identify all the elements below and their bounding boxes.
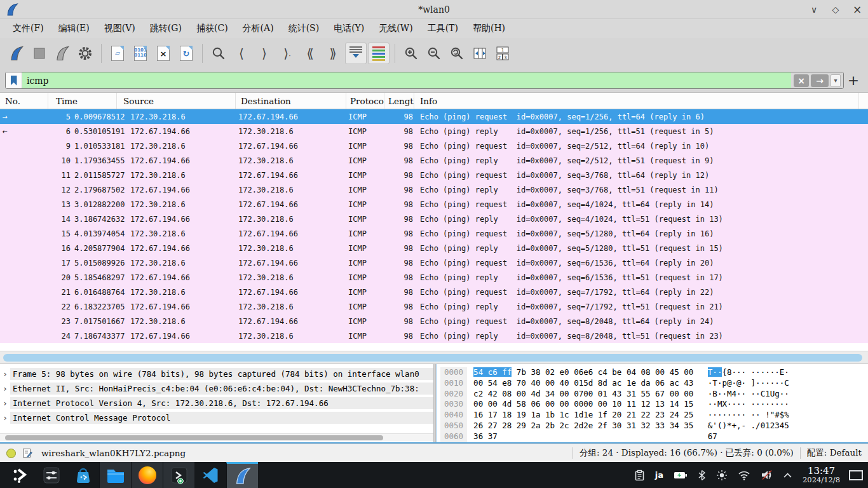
taskbar-clock[interactable]: 13:47 2024/12/8 — [803, 466, 840, 484]
filter-add-button[interactable]: + — [844, 72, 863, 88]
taskbar-app-app-launcher[interactable] — [4, 462, 36, 488]
go-first-packet-button[interactable]: ⟪ — [299, 43, 321, 64]
filter-apply-button[interactable]: → — [811, 74, 829, 87]
packet-row[interactable]: 91.010533181172.30.218.6172.67.194.66ICM… — [0, 139, 868, 153]
hex-row[interactable]: 004016 17 18 19 1a 1b 1c 1d1e 1f 20 21 2… — [440, 410, 868, 421]
expander-icon[interactable]: › — [0, 398, 10, 408]
packet-row[interactable]: 175.015089926172.30.218.6172.67.194.66IC… — [0, 255, 868, 270]
detail-row[interactable]: ›Internet Control Message Protocol — [0, 410, 433, 425]
menu-item-2[interactable]: 视图(V) — [98, 20, 142, 37]
packet-row[interactable]: 164.205877904172.67.194.66172.30.218.6IC… — [0, 241, 868, 255]
menu-item-10[interactable]: 帮助(H) — [466, 20, 512, 37]
menu-item-0[interactable]: 文件(F) — [6, 20, 50, 37]
packet-row[interactable]: ←60.530105191172.67.194.66172.30.218.6IC… — [0, 124, 868, 139]
packet-row[interactable]: 226.183223705172.67.194.66172.30.218.6IC… — [0, 299, 868, 314]
menu-item-5[interactable]: 分析(A) — [236, 20, 280, 37]
close-file-button[interactable]: × — [153, 43, 174, 64]
filter-bookmark-icon[interactable] — [6, 72, 22, 88]
column-header-no[interactable]: No. — [0, 93, 48, 109]
details-hscroll-thumb[interactable] — [5, 435, 383, 440]
menu-item-1[interactable]: 编辑(E) — [52, 20, 96, 37]
maximize-button[interactable]: ◇ — [829, 3, 843, 17]
taskbar-app-file-manager[interactable] — [99, 462, 131, 488]
packet-row[interactable]: 205.185468297172.67.194.66172.30.218.6IC… — [0, 270, 868, 285]
profile-selector[interactable]: 配置: Default — [807, 447, 862, 459]
taskbar-app-system-settings[interactable] — [36, 462, 67, 488]
detail-row[interactable]: ›Internet Protocol Version 4, Src: 172.3… — [0, 396, 433, 410]
menu-item-6[interactable]: 统计(S) — [282, 20, 326, 37]
minimize-button[interactable]: ∨ — [807, 3, 821, 17]
menu-item-8[interactable]: 无线(W) — [372, 20, 419, 37]
expand-tray-icon[interactable] — [783, 472, 792, 478]
volume-muted-icon[interactable] — [761, 470, 773, 480]
go-to-packet-button[interactable]: ⟩· — [276, 43, 298, 64]
menu-item-9[interactable]: 工具(T) — [421, 20, 465, 37]
restart-capture-button[interactable] — [51, 43, 73, 64]
capture-file-name[interactable]: wireshark_wlan0KH7LY2.pcapng — [41, 448, 186, 458]
hex-row[interactable]: 0020c2 42 08 00 4d 34 00 0700 01 43 31 5… — [440, 389, 868, 400]
hex-row[interactable]: 003000 00 4d 58 06 00 00 0000 00 10 11 1… — [440, 399, 868, 410]
zoom-out-button[interactable] — [423, 43, 445, 64]
hscroll-thumb[interactable] — [3, 354, 862, 362]
close-button[interactable]: × — [850, 3, 864, 17]
clipboard-icon[interactable] — [634, 470, 645, 481]
packet-list-hscrollbar[interactable] — [0, 351, 868, 364]
start-capture-button[interactable] — [6, 43, 27, 64]
hex-row[interactable]: 005026 27 28 29 2a 2b 2c 2d2e 2f 30 31 3… — [440, 421, 868, 431]
wifi-icon[interactable] — [738, 470, 750, 480]
find-packet-button[interactable] — [208, 43, 229, 64]
auto-scroll-button[interactable] — [345, 43, 367, 64]
open-file-button[interactable]: ▱ — [107, 43, 128, 64]
expander-icon[interactable]: › — [0, 369, 10, 379]
colorize-packets-button[interactable] — [368, 43, 390, 64]
packet-row[interactable]: →50.009678512172.30.218.6172.67.194.66IC… — [0, 109, 868, 124]
menu-item-7[interactable]: 电话(Y) — [327, 20, 370, 37]
hex-row[interactable]: 000054 c6 ff 7b 38 02 e0 06e6 c4 be 04 0… — [440, 367, 868, 378]
packet-row[interactable]: 143.186742632172.67.194.66172.30.218.6IC… — [0, 212, 868, 226]
save-file-button[interactable]: 01010110 — [130, 43, 151, 64]
layout-pages-button[interactable]: 123 — [492, 43, 513, 64]
capture-comment-icon[interactable] — [22, 448, 32, 458]
menu-item-4[interactable]: 捕获(C) — [190, 20, 234, 37]
column-header-time[interactable]: Time — [48, 93, 117, 109]
packet-row[interactable]: 122.179687502172.67.194.66172.30.218.6IC… — [0, 182, 868, 197]
column-header-protocol[interactable]: Protocol — [346, 93, 384, 109]
packet-row[interactable]: 216.016488764172.30.218.6172.67.194.66IC… — [0, 285, 868, 299]
display-filter-input[interactable]: icmp × → ▾ — [5, 72, 844, 89]
taskbar-app-firefox[interactable] — [131, 462, 163, 488]
packet-row[interactable]: 112.011585727172.30.218.6172.67.194.66IC… — [0, 168, 868, 182]
details-hscrollbar[interactable] — [0, 433, 433, 441]
battery-icon[interactable] — [674, 471, 688, 480]
packet-row[interactable]: 154.013974054172.30.218.6172.67.194.66IC… — [0, 226, 868, 241]
input-method-ja[interactable]: ja — [655, 470, 663, 480]
taskbar-app-discover[interactable] — [67, 462, 99, 488]
taskbar-app-terminal[interactable] — [163, 462, 194, 488]
hex-row[interactable]: 006036 37 67 — [440, 431, 868, 442]
reload-file-button[interactable]: ↻ — [175, 43, 197, 64]
column-header-destination[interactable]: Destination — [236, 93, 346, 109]
filter-clear-button[interactable]: × — [794, 74, 809, 87]
bluetooth-icon[interactable] — [698, 470, 706, 481]
capture-options-button[interactable] — [74, 43, 96, 64]
stop-capture-button[interactable] — [29, 43, 50, 64]
filter-value[interactable]: icmp — [22, 72, 791, 88]
packet-row[interactable]: 237.017501667172.30.218.6172.67.194.66IC… — [0, 314, 868, 329]
column-header-info[interactable]: Info — [414, 93, 859, 109]
packet-row[interactable]: 247.186743377172.67.194.66172.30.218.6IC… — [0, 329, 868, 343]
column-header-source[interactable]: Source — [117, 93, 236, 109]
detail-row[interactable]: ›Frame 5: 98 bytes on wire (784 bits), 9… — [0, 367, 433, 381]
expander-icon[interactable]: › — [0, 413, 10, 423]
detail-row[interactable]: ›Ethernet II, Src: HonHaiPrecis_c4:be:04… — [0, 381, 433, 396]
expert-info-icon[interactable] — [6, 449, 16, 458]
go-back-button[interactable]: ⟨ — [231, 43, 252, 64]
expander-icon[interactable]: › — [0, 384, 10, 393]
go-last-packet-button[interactable]: ⟫ — [322, 43, 344, 64]
resize-columns-button[interactable] — [469, 43, 491, 64]
go-forward-button[interactable]: ⟩ — [254, 43, 275, 64]
taskbar-app-vscode[interactable] — [194, 462, 226, 488]
zoom-reset-button[interactable] — [446, 43, 468, 64]
menu-item-3[interactable]: 跳转(G) — [144, 20, 188, 37]
column-header-lengtl[interactable]: Lengtl — [384, 93, 414, 109]
hex-row[interactable]: 001000 54 e8 70 40 00 40 015d 8d ac 1e d… — [440, 378, 868, 389]
packet-row[interactable]: 133.012882200172.30.218.6172.67.194.66IC… — [0, 197, 868, 212]
